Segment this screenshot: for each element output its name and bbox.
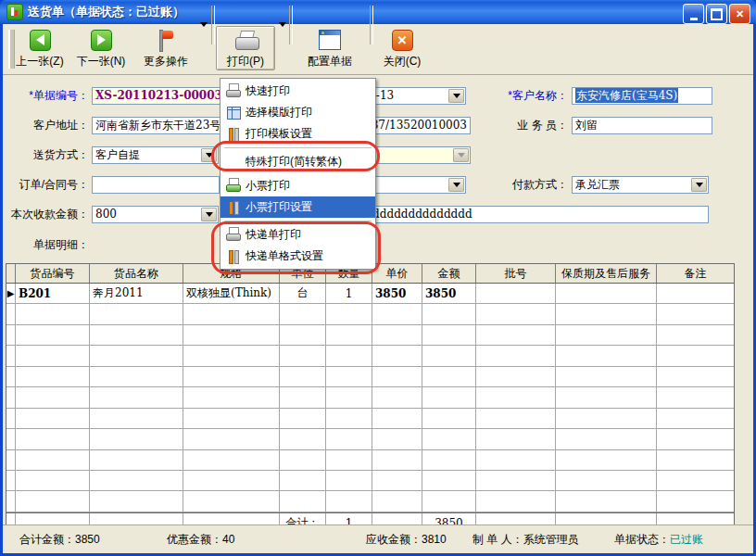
grid-cell: 奔月2011 — [90, 284, 183, 303]
grid-cell-empty — [16, 367, 90, 386]
grid-cell-empty — [183, 450, 280, 470]
grid-cell — [476, 284, 556, 303]
grid-cell-empty — [422, 367, 476, 386]
grid-cell-empty — [90, 304, 183, 323]
grid-cell-empty — [16, 491, 90, 511]
grid-cell-empty — [326, 325, 372, 345]
grid-cell-empty — [16, 409, 90, 428]
menu-item-receipt-setup[interactable]: 小票打印设置 — [220, 196, 375, 218]
customer-field[interactable]: 东安汽修店(宝马4S) — [572, 87, 712, 105]
grid-cell-empty — [476, 367, 556, 386]
grid-cell-empty — [326, 387, 372, 407]
table-row — [6, 409, 734, 429]
remark-field[interactable]: dddddddddddddddddddd — [326, 206, 709, 223]
next-icon — [91, 30, 112, 51]
table-row — [6, 450, 734, 471]
grid-cell-empty — [657, 491, 734, 511]
row-selector-cell — [6, 471, 16, 490]
table-row[interactable]: ▶ B201 奔月2011 双核独显(Think) 台 1 3850 3850 — [6, 284, 734, 304]
more-actions-button[interactable]: 更多操作 — [135, 26, 196, 70]
toolbar-separator — [289, 6, 293, 44]
chevron-down-icon[interactable] — [448, 178, 464, 192]
grid-cell-empty — [183, 346, 280, 365]
print-dropdown-arrow[interactable] — [279, 22, 286, 27]
grid-cell-empty — [280, 471, 326, 490]
close-doc-button[interactable]: ✕ 关闭(C) — [375, 26, 429, 70]
grid-cell-empty — [657, 325, 734, 345]
grid-cell-empty — [183, 367, 280, 386]
annotation-oval-special-print — [211, 141, 380, 171]
menu-item-quick-print[interactable]: 快速打印 — [220, 81, 375, 102]
grid-cell-empty — [422, 325, 476, 345]
menu-item-receipt-print[interactable]: 小票打印 — [220, 175, 375, 196]
printer-icon — [234, 31, 257, 51]
grid-cell-empty — [372, 346, 422, 365]
menu-item-template-print[interactable]: 选择模版打印 — [220, 102, 375, 123]
grid-cell-empty — [422, 304, 476, 323]
address-field[interactable]: 河南省新乡市东干道23号 — [92, 117, 232, 134]
grid-cell-empty — [657, 346, 734, 365]
salesman-field[interactable]: 刘留 — [572, 117, 712, 134]
grid-cell-empty — [422, 346, 476, 365]
row-selector-cell — [6, 450, 16, 470]
row-selector-cell — [6, 429, 16, 449]
grid-cell-empty — [372, 367, 422, 386]
amount-combobox[interactable]: 800 — [92, 206, 219, 223]
grid-cell-empty — [326, 471, 372, 490]
chevron-down-icon[interactable] — [691, 178, 707, 192]
grid-cell-empty — [372, 471, 422, 490]
close-icon: ✕ — [736, 9, 744, 19]
grid-cell-empty — [657, 450, 734, 470]
more-actions-dropdown-arrow[interactable] — [200, 22, 208, 27]
tools-icon — [225, 127, 242, 142]
detail-label: 单据明细： — [0, 236, 89, 254]
status-receivable: 应收金额：3810 — [366, 532, 447, 548]
printer-icon — [225, 84, 242, 99]
minimize-button[interactable] — [683, 4, 704, 24]
grid-cell-empty — [183, 491, 280, 511]
row-selector-cell: ▶ — [6, 284, 16, 303]
row-selector-cell — [6, 304, 16, 323]
maximize-button[interactable] — [706, 4, 727, 24]
print-button[interactable]: 打印(P) — [216, 26, 275, 70]
delivery-combobox[interactable]: 客户自提 — [92, 146, 219, 164]
grid-cell-empty — [372, 325, 422, 345]
grid-cell-empty — [16, 429, 90, 449]
row-selector-cell — [6, 367, 16, 386]
prev-button[interactable]: 上一张(Z) — [11, 26, 69, 70]
grid-cell-empty — [657, 429, 734, 449]
template-grid-icon — [225, 106, 242, 120]
chevron-down-icon — [453, 148, 469, 162]
payment-combobox[interactable]: 承兑汇票 — [572, 176, 709, 194]
grid-cell-empty — [90, 450, 183, 470]
minimize-icon — [690, 18, 698, 20]
doc-no-field[interactable]: XS-20110213-00003 — [92, 87, 232, 105]
order-no-field[interactable] — [92, 176, 220, 194]
grid-cell: 1 — [326, 284, 372, 303]
grid-cell-empty — [90, 471, 183, 490]
address-label: 客户地址： — [0, 117, 89, 134]
grid-cell-empty — [556, 325, 657, 345]
customer-label: *客户名称： — [482, 87, 568, 105]
configure-doc-button[interactable]: 配置单据 — [295, 26, 365, 70]
chevron-down-icon[interactable] — [448, 89, 464, 103]
next-button[interactable]: 下一张(N) — [72, 26, 130, 70]
grid-cell-empty — [16, 325, 90, 345]
grid-cell-empty — [556, 450, 657, 470]
chevron-down-icon[interactable] — [201, 208, 217, 221]
column-header: 货品编号 — [16, 264, 90, 283]
grid-cell-empty — [372, 387, 422, 407]
column-header: 货品名称 — [90, 264, 183, 283]
grid-cell-empty — [372, 450, 422, 470]
status-maker: 制 单 人：系统管理员 — [472, 532, 579, 548]
delivery-label: 送货方式： — [0, 146, 89, 164]
grid-cell-empty — [556, 346, 657, 365]
grid-cell-empty — [657, 471, 734, 490]
row-selector-cell — [6, 387, 16, 407]
grid-cell-empty — [90, 325, 183, 345]
grid-cell-empty — [16, 471, 90, 490]
close-button[interactable]: ✕ — [729, 4, 750, 24]
toolbar-separator — [370, 6, 373, 44]
status-discount: 优惠金额：40 — [167, 532, 234, 548]
table-row — [6, 491, 734, 512]
